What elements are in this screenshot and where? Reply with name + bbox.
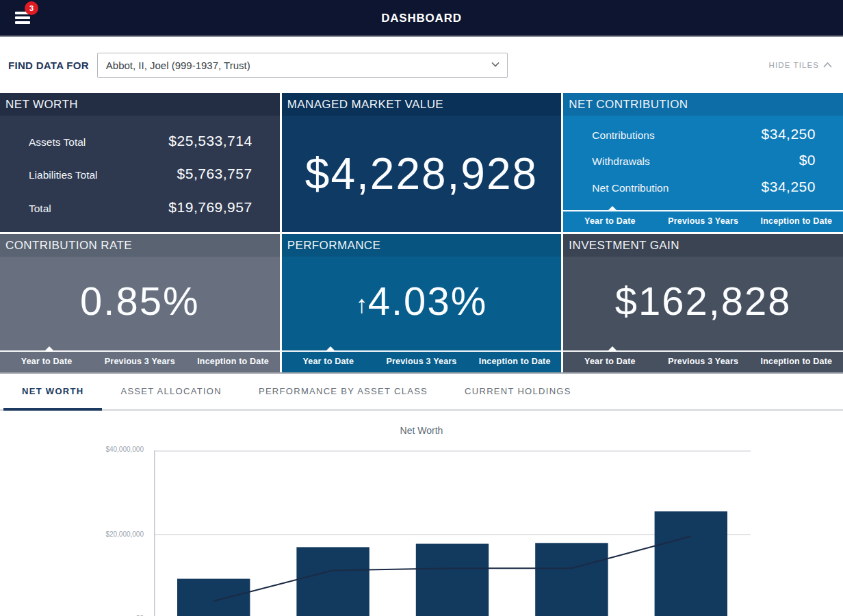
period-tabs: Year to Date Previous 3 Years Inception … — [563, 350, 843, 372]
tab-current-holdings[interactable]: CURRENT HOLDINGS — [446, 374, 590, 409]
y-axis-tick-40m: $40,000,000 — [89, 446, 144, 453]
stat-label: Contributions — [592, 129, 654, 142]
contribution-rate-value: 0.85% — [80, 278, 199, 324]
period-tab-row: Year to Date Previous 3 Years Inception … — [563, 352, 843, 372]
period-tab-year-to-date[interactable]: Year to Date — [282, 352, 375, 372]
period-tab-year-to-date[interactable]: Year to Date — [563, 211, 656, 232]
stat-row: Assets Total $25,533,714 — [0, 133, 280, 149]
tile-performance: PERFORMANCE ↑4.03% Year to Date Previous… — [282, 234, 562, 372]
stat-row: Liabilities Total $5,763,757 — [0, 166, 280, 182]
tile-investment-gain-body: $162,828 — [563, 257, 843, 345]
period-tab-row: Year to Date Previous 3 Years Inception … — [282, 352, 562, 372]
net-worth-chart — [154, 450, 751, 616]
stat-label: Withdrawals — [592, 155, 649, 168]
hide-tiles-label: HIDE TILES — [769, 61, 819, 69]
section-tabs: NET WORTH ASSET ALLOCATION PERFORMANCE B… — [0, 374, 843, 411]
managed-market-value: $4,228,928 — [305, 149, 538, 199]
chevron-up-icon — [823, 62, 832, 68]
tile-investment-gain-title: INVESTMENT GAIN — [563, 234, 843, 257]
stat-value: $25,533,714 — [168, 133, 252, 149]
find-data-for-label: FIND DATA FOR — [8, 60, 89, 71]
period-tab-indicator — [563, 210, 843, 211]
stat-row: Contributions $34,250 — [563, 126, 843, 142]
tile-net-contribution-title: NET CONTRIBUTION — [563, 93, 843, 116]
period-tab-row: Year to Date Previous 3 Years Inception … — [563, 211, 843, 232]
tab-asset-allocation[interactable]: ASSET ALLOCATION — [102, 374, 239, 409]
period-tab-indicator — [563, 350, 843, 352]
tab-performance-by-asset-class[interactable]: PERFORMANCE BY ASSET CLASS — [240, 374, 446, 409]
stat-value: $34,250 — [762, 179, 816, 195]
stat-value: $34,250 — [762, 126, 816, 142]
up-arrow-icon: ↑ — [356, 290, 368, 318]
period-tab-inception-to-date[interactable]: Inception to Date — [750, 211, 843, 232]
stat-value: $19,769,957 — [168, 199, 252, 216]
stat-value: $0 — [799, 152, 816, 168]
y-axis-tick-20m: $20,000,000 — [89, 530, 144, 538]
tab-net-worth[interactable]: NET WORTH — [3, 374, 102, 409]
stat-row: Total $19,769,957 — [0, 199, 280, 216]
tile-net-worth: NET WORTH Assets Total $25,533,714 Liabi… — [0, 93, 280, 232]
tile-managed-market-value-title: MANAGED MARKET VALUE — [282, 93, 562, 116]
top-nav: 3 DASHBOARD — [0, 0, 843, 37]
tile-net-worth-title: NET WORTH — [0, 93, 280, 116]
tile-contribution-rate-title: CONTRIBUTION RATE — [0, 234, 280, 257]
period-tab-inception-to-date[interactable]: Inception to Date — [468, 352, 561, 372]
period-tab-year-to-date[interactable]: Year to Date — [563, 352, 656, 372]
stat-row: Withdrawals $0 — [563, 152, 843, 168]
period-tabs: Year to Date Previous 3 Years Inception … — [0, 350, 280, 372]
period-tab-year-to-date[interactable]: Year to Date — [0, 352, 93, 372]
stat-value: $5,763,757 — [177, 166, 252, 182]
tile-net-contribution-body: Contributions $34,250 Withdrawals $0 Net… — [563, 116, 843, 205]
period-tab-previous-3-years[interactable]: Previous 3 Years — [657, 211, 750, 232]
stat-label: Assets Total — [29, 136, 86, 149]
account-select[interactable]: Abbot, II, Joel (999-1937, Trust) — [97, 53, 508, 78]
stat-label: Liabilities Total — [29, 169, 98, 181]
net-worth-chart-section: Net Worth $40,000,000 $20,000,000 $0 — [0, 411, 843, 616]
stat-label: Total — [29, 203, 51, 215]
account-select-wrap: Abbot, II, Joel (999-1937, Trust) — [97, 53, 508, 78]
tile-contribution-rate: CONTRIBUTION RATE 0.85% Year to Date Pre… — [0, 234, 280, 372]
period-tab-previous-3-years[interactable]: Previous 3 Years — [93, 352, 186, 372]
period-tab-previous-3-years[interactable]: Previous 3 Years — [657, 352, 750, 372]
hide-tiles-button[interactable]: HIDE TILES — [769, 61, 832, 69]
kpi-tiles: NET WORTH Assets Total $25,533,714 Liabi… — [0, 93, 843, 374]
tile-managed-market-value: MANAGED MARKET VALUE $4,228,928 — [282, 93, 562, 232]
period-tab-row: Year to Date Previous 3 Years Inception … — [0, 352, 280, 372]
period-tab-indicator — [282, 350, 562, 352]
tile-investment-gain: INVESTMENT GAIN $162,828 Year to Date Pr… — [563, 234, 843, 372]
period-tabs: Year to Date Previous 3 Years Inception … — [563, 210, 843, 232]
page-title: DASHBOARD — [0, 0, 843, 37]
tile-net-worth-body: Assets Total $25,533,714 Liabilities Tot… — [0, 116, 280, 232]
stat-label: Net Contribution — [592, 182, 669, 194]
period-tab-inception-to-date[interactable]: Inception to Date — [186, 352, 279, 372]
period-tab-previous-3-years[interactable]: Previous 3 Years — [375, 352, 468, 372]
tile-contribution-rate-body: 0.85% — [0, 257, 280, 345]
period-tab-inception-to-date[interactable]: Inception to Date — [750, 352, 843, 372]
chart-title: Net Worth — [0, 425, 843, 436]
performance-value: ↑4.03% — [356, 278, 487, 324]
toolbar: FIND DATA FOR Abbot, II, Joel (999-1937,… — [0, 37, 843, 93]
performance-percent: 4.03% — [368, 279, 487, 323]
stat-row: Net Contribution $34,250 — [563, 179, 843, 195]
investment-gain-value: $162,828 — [615, 278, 792, 324]
tile-net-contribution: NET CONTRIBUTION Contributions $34,250 W… — [563, 93, 843, 232]
tile-performance-title: PERFORMANCE — [282, 234, 562, 257]
tile-performance-body: ↑4.03% — [282, 257, 562, 345]
tile-managed-market-value-body: $4,228,928 — [282, 116, 562, 232]
period-tab-indicator — [0, 350, 280, 352]
period-tabs: Year to Date Previous 3 Years Inception … — [282, 350, 562, 372]
